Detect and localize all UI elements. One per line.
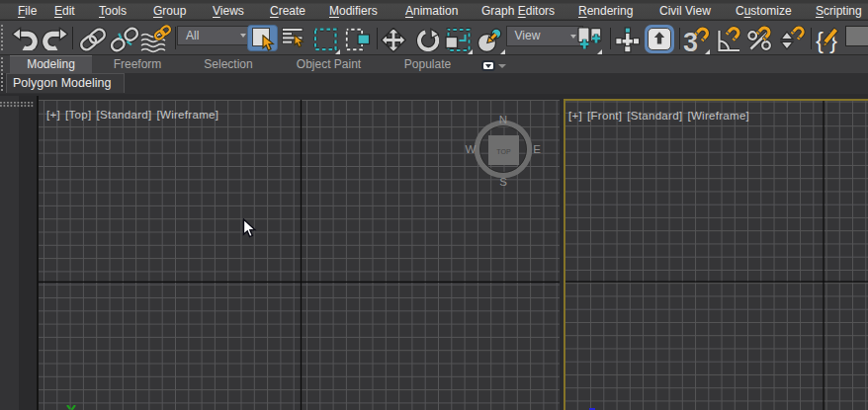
svg-text:{: { <box>816 27 824 53</box>
svg-text:N: N <box>499 114 507 125</box>
svg-text:E: E <box>533 143 541 155</box>
svg-text:S: S <box>499 176 507 188</box>
svg-text:W: W <box>466 143 477 155</box>
svg-text:TOP: TOP <box>496 148 511 155</box>
